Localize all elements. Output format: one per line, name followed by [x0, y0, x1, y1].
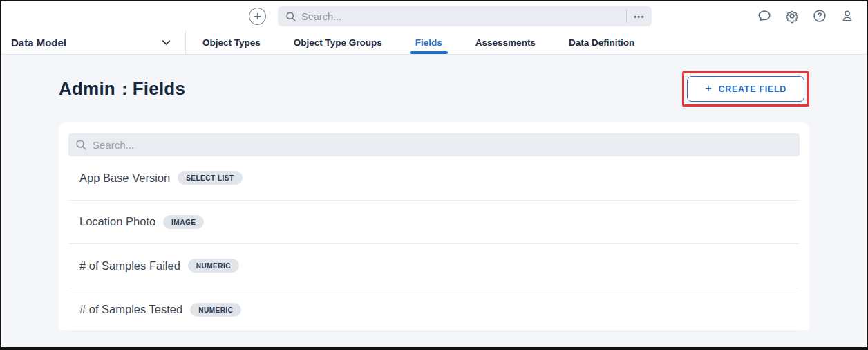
- plus-icon: +: [705, 82, 713, 95]
- field-name: Location Photo: [79, 215, 155, 228]
- page-title-prefix: Admin: [59, 78, 115, 99]
- fields-search-bar[interactable]: [68, 133, 800, 156]
- field-type-badge: NUMERIC: [188, 259, 239, 273]
- field-name: App Base Version: [79, 172, 170, 185]
- chat-icon[interactable]: [756, 8, 773, 24]
- gear-icon[interactable]: [784, 8, 800, 24]
- add-icon[interactable]: +: [249, 8, 266, 25]
- page-title: Admin:Fields: [59, 78, 185, 100]
- user-icon[interactable]: [839, 8, 856, 24]
- fields-search-input[interactable]: [93, 139, 800, 151]
- help-icon[interactable]: [811, 8, 828, 24]
- global-search-bar[interactable]: •••: [278, 6, 652, 26]
- tab-object-types[interactable]: Object Types: [186, 30, 277, 54]
- tab-object-type-groups[interactable]: Object Type Groups: [277, 30, 399, 54]
- list-item[interactable]: Location Photo IMAGE: [68, 201, 800, 245]
- field-name: # of Samples Failed: [79, 259, 180, 273]
- field-type-badge: SELECT LIST: [178, 171, 242, 185]
- field-type-badge: IMAGE: [163, 215, 204, 229]
- nav-bar: Data Model Object Types Object Type Grou…: [1, 30, 867, 55]
- page-title-suffix: Fields: [133, 78, 185, 99]
- create-field-button[interactable]: + CREATE FIELD: [687, 76, 804, 102]
- more-options-icon[interactable]: •••: [626, 10, 652, 23]
- page-title-separator: :: [122, 78, 128, 99]
- fields-list-card: App Base Version SELECT LIST Location Ph…: [59, 122, 809, 330]
- top-bar: + •••: [1, 1, 867, 30]
- list-item[interactable]: App Base Version SELECT LIST: [68, 156, 800, 201]
- topbar-icon-group: [756, 8, 856, 24]
- field-name: # of Samples Tested: [79, 303, 182, 316]
- tab-data-definition[interactable]: Data Definition: [552, 30, 651, 54]
- tab-assessments[interactable]: Assessments: [459, 30, 552, 54]
- tab-fields[interactable]: Fields: [399, 30, 459, 54]
- module-selector[interactable]: Data Model: [1, 30, 186, 54]
- page-header: Admin:Fields + CREATE FIELD: [1, 71, 867, 107]
- list-item[interactable]: # of Samples Failed NUMERIC: [68, 244, 800, 288]
- chevron-down-icon: [161, 37, 171, 48]
- list-item[interactable]: # of Samples Tested NUMERIC: [68, 288, 800, 333]
- module-label: Data Model: [11, 37, 66, 48]
- search-icon: [75, 139, 87, 151]
- field-type-badge: NUMERIC: [190, 303, 241, 317]
- create-field-button-label: CREATE FIELD: [719, 84, 786, 94]
- annotation-highlight-box: + CREATE FIELD: [682, 71, 809, 107]
- search-icon: [285, 11, 296, 22]
- global-search-input[interactable]: [301, 11, 626, 22]
- tab-bar: Object Types Object Type Groups Fields A…: [186, 30, 651, 54]
